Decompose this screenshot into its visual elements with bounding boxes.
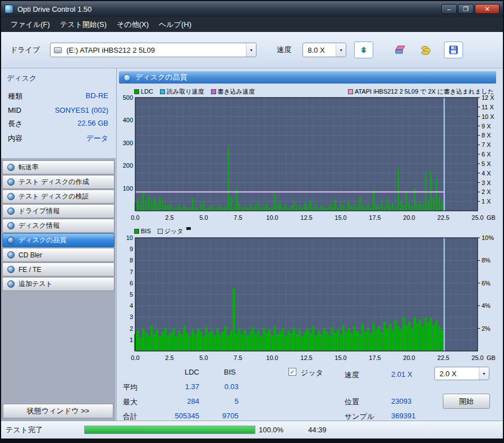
save-button[interactable] <box>444 41 463 58</box>
legend-ldc: LDC <box>134 88 153 95</box>
sample-value: 369391 <box>391 412 415 420</box>
current-speed-label: 速度 <box>345 370 359 380</box>
section-title: ディスクの品質 <box>135 72 187 82</box>
sidebar-item-disc-quality[interactable]: ディスクの品質 <box>2 233 114 247</box>
legend-bis: BIS <box>134 228 151 234</box>
progress-percent: 100.0% <box>259 426 292 434</box>
legend-read-speed: 読み取り速度 <box>160 87 204 96</box>
bottom-chart-legend: BIS ジッタ <box>134 227 494 236</box>
chevron-down-icon[interactable]: ▼ <box>246 43 256 57</box>
disc-type-value: BD-RE <box>86 91 108 101</box>
disc-mid-value: SONYES1 (002) <box>55 106 108 114</box>
svg-text:22.5: 22.5 <box>437 354 449 361</box>
options-button[interactable] <box>417 41 436 58</box>
status-window-button[interactable]: 状態ウィンドウ >> <box>3 404 113 418</box>
erase-disc-button[interactable] <box>391 41 410 58</box>
svg-text:5: 5 <box>130 291 133 298</box>
svg-text:15.0: 15.0 <box>335 214 346 221</box>
close-button[interactable]: ✕ <box>475 4 500 14</box>
sidebar-item-fe-te[interactable]: FE / TE <box>2 262 114 276</box>
sidebar-item-label: テスト ディスクの検証 <box>19 192 89 201</box>
sidebar-item-verify-test-disc[interactable]: テスト ディスクの検証 <box>2 190 114 204</box>
svg-text:3: 3 <box>130 313 133 320</box>
refresh-icon <box>359 45 369 55</box>
svg-text:GB: GB <box>487 354 496 361</box>
svg-text:2%: 2% <box>482 325 491 332</box>
maximize-button[interactable]: ❐ <box>458 4 474 14</box>
sidebar: ディスク 種類 BD-RE MID SONYES1 (002) 長さ 22.56… <box>1 68 117 421</box>
drive-select[interactable]: (E:) ATAPI iHBS212 2 5L09 ▼ <box>50 43 256 57</box>
chevron-down-icon[interactable]: ▼ <box>336 43 346 57</box>
sidebar-item-cd-bler[interactable]: CD Bler <box>2 248 114 262</box>
sidebar-button-stack: 転送率 テスト ディスクの作成 テスト ディスクの検証 ドライブ情報 ディスク情… <box>1 158 116 421</box>
bis-swatch <box>134 229 139 234</box>
jitter-color-marker <box>186 227 191 230</box>
progress-fill <box>85 426 255 433</box>
toolbar: ドライブ (E:) ATAPI iHBS212 2 5L09 ▼ 速度 8.0 … <box>1 32 503 68</box>
svg-text:12 X: 12 X <box>482 95 494 101</box>
written-info-swatch <box>348 89 353 94</box>
disc-length-label: 長さ <box>8 119 22 129</box>
main-panel: ディスクの品質 LDC 読み取り速度 書き込み速度 ATAPI iHBS212 … <box>117 68 503 421</box>
svg-text:22.5: 22.5 <box>437 214 449 221</box>
col-header-bis: BIS <box>224 368 236 376</box>
disc-icon <box>7 222 15 229</box>
app-window: Opti Drive Control 1.50 – ❐ ✕ ファイル(F) テス… <box>0 0 504 443</box>
test-speed-select-value: 2.0 X <box>435 370 461 378</box>
jitter-checkbox[interactable]: ✓ <box>288 368 296 376</box>
disc-content-row: 内容 データ <box>1 131 116 146</box>
svg-text:3 X: 3 X <box>482 179 491 186</box>
sidebar-item-extra-tests[interactable]: 追加テスト <box>2 277 114 291</box>
speed-select-value: 8.0 X <box>303 46 329 54</box>
svg-text:5.0: 5.0 <box>199 354 208 361</box>
save-icon <box>448 45 459 55</box>
sidebar-item-create-test-disc[interactable]: テスト ディスクの作成 <box>2 175 114 189</box>
menu-start-test[interactable]: テスト開始(S) <box>55 17 112 32</box>
sidebar-item-transfer-rate[interactable]: 転送率 <box>2 160 114 174</box>
progress-bar <box>84 426 255 434</box>
sidebar-item-disc-info[interactable]: ディスク情報 <box>2 219 114 233</box>
sidebar-item-drive-info[interactable]: ドライブ情報 <box>2 204 114 218</box>
svg-text:8 X: 8 X <box>482 132 491 139</box>
total-bis-value: 9705 <box>206 412 239 420</box>
svg-text:7.5: 7.5 <box>233 354 242 361</box>
svg-text:6 X: 6 X <box>482 151 491 158</box>
drive-icon <box>54 47 62 53</box>
position-value: 23093 <box>391 397 411 405</box>
current-speed-value: 2.01 X <box>391 370 413 379</box>
svg-text:6%: 6% <box>482 280 491 287</box>
disc-mid-row: MID SONYES1 (002) <box>1 104 116 117</box>
bis-chart: 123456789102%4%6%8%10%0.02.55.07.510.012… <box>121 236 500 367</box>
sidebar-item-label: ディスク情報 <box>19 221 59 230</box>
test-speed-select[interactable]: 2.0 X ▼ <box>434 367 489 380</box>
svg-text:2.5: 2.5 <box>165 214 173 221</box>
menu-help[interactable]: ヘルプ(H) <box>154 17 196 32</box>
minimize-button[interactable]: – <box>441 4 457 14</box>
svg-text:4: 4 <box>130 302 133 309</box>
chevron-down-icon[interactable]: ▼ <box>479 367 489 380</box>
jitter-swatch <box>158 229 163 234</box>
sidebar-item-label: 追加テスト <box>19 279 53 289</box>
app-icon <box>4 4 13 13</box>
svg-text:25.0: 25.0 <box>471 354 483 361</box>
menu-file[interactable]: ファイル(F) <box>6 17 55 32</box>
disc-content-label: 内容 <box>8 133 22 144</box>
disc-quality-icon <box>123 74 131 81</box>
menu-other[interactable]: その他(X) <box>112 17 154 32</box>
start-button[interactable]: 開始 <box>443 394 490 409</box>
speed-select[interactable]: 8.0 X ▼ <box>303 43 346 57</box>
title-bar: Opti Drive Control 1.50 – ❐ ✕ <box>1 1 503 17</box>
legend-write-speed: 書き込み速度 <box>211 87 255 96</box>
refresh-button[interactable] <box>354 41 373 58</box>
svg-text:400: 400 <box>123 117 133 123</box>
svg-text:2: 2 <box>130 325 133 332</box>
svg-text:10.0: 10.0 <box>266 214 278 221</box>
read-speed-swatch <box>160 89 165 94</box>
svg-text:0.0: 0.0 <box>131 354 139 361</box>
disc-icon <box>7 164 15 171</box>
sidebar-item-label: FE / TE <box>19 266 41 274</box>
svg-text:7 X: 7 X <box>482 141 491 148</box>
status-bar: テスト完了 100.0% 44:39 <box>1 421 503 439</box>
legend-jitter: ジッタ <box>158 227 191 236</box>
svg-text:20.0: 20.0 <box>403 354 415 361</box>
